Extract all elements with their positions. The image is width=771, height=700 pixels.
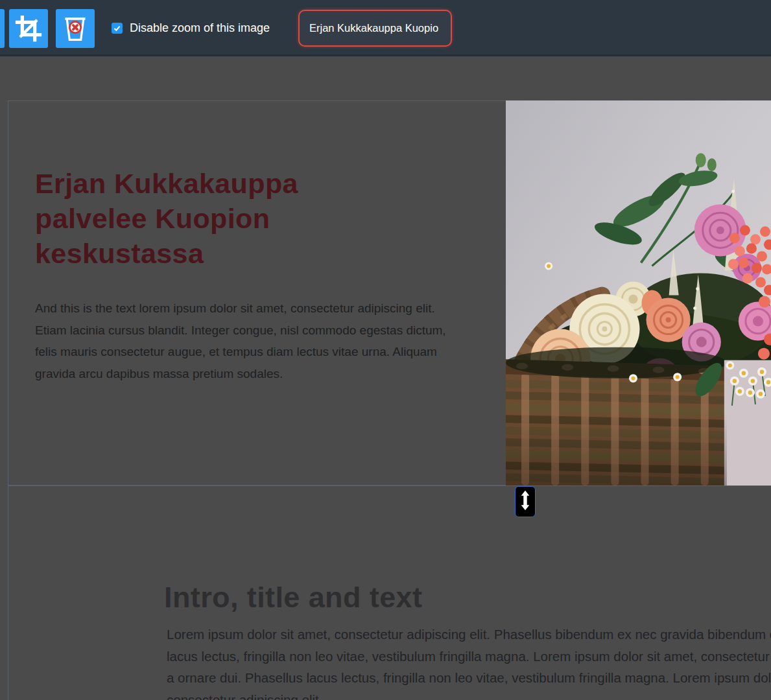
disable-zoom-label: Disable zoom of this image [130,21,270,35]
image-title-input[interactable] [298,10,452,47]
image-edit-toolbar: Disable zoom of this image [0,0,771,56]
section-resize-handle[interactable] [515,486,536,517]
partial-offscreen-button[interactable] [0,9,5,48]
hero-flower-basket-image[interactable] [506,100,771,485]
intro-section-container: Intro, title and text Lorem ipsum dolor … [8,485,771,700]
intro-paragraph: Lorem ipsum dolor sit amet, consectetur … [167,624,771,700]
crop-icon [15,15,42,42]
hero-title: Erjan Kukkakauppa palvelee Kuopion kesku… [35,166,362,271]
delete-image-button[interactable] [56,9,95,48]
crop-image-button[interactable] [9,9,48,48]
vertical-resize-icon [519,489,531,514]
basket-of-flowers-photo [506,100,771,485]
intro-title: Intro, title and text [164,581,748,614]
delete-image-icon [61,14,89,43]
checkbox-checked-icon[interactable] [112,23,123,34]
disable-zoom-toggle[interactable]: Disable zoom of this image [112,0,270,56]
hero-section-container: Erjan Kukkakauppa palvelee Kuopion kesku… [8,100,771,485]
hero-paragraph: And this is the text lorem ipsum dolor s… [35,298,450,384]
